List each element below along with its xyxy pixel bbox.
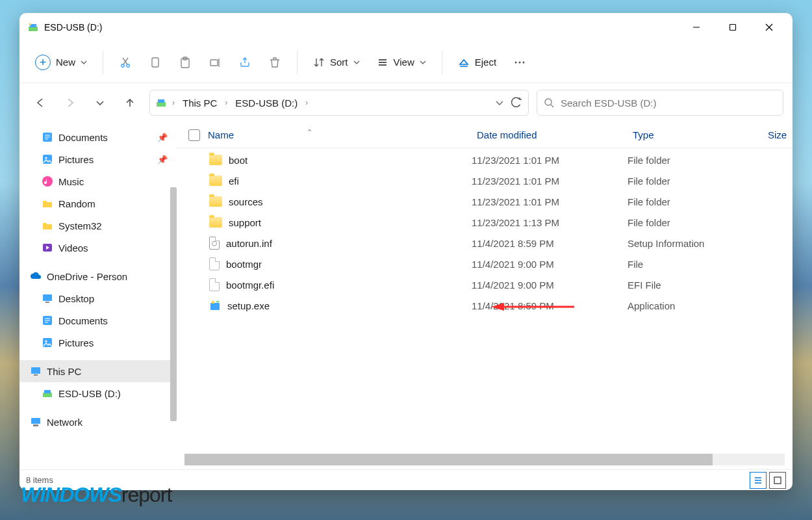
- svg-point-18: [523, 61, 525, 63]
- file-row[interactable]: efi 11/23/2021 1:01 PM File folder: [177, 170, 793, 191]
- history-dropdown[interactable]: [493, 96, 506, 109]
- nav-network[interactable]: Network: [19, 411, 177, 433]
- share-button[interactable]: [231, 49, 259, 75]
- forward-button[interactable]: [64, 96, 77, 109]
- delete-button[interactable]: [260, 49, 289, 75]
- titlebar: ESD-USB (D:): [19, 13, 793, 42]
- drive-icon: [27, 21, 39, 33]
- file-name: bootmgr.efi: [226, 280, 274, 291]
- nav-onedrive[interactable]: OneDrive - Person: [19, 265, 177, 287]
- sort-indicator-icon: ⌃: [307, 128, 312, 136]
- nav-label: Network: [47, 417, 82, 428]
- nav-item-documents[interactable]: Documents: [19, 309, 177, 332]
- breadcrumb-drive[interactable]: ESD-USB (D:): [233, 95, 300, 111]
- file-row[interactable]: sources 11/23/2021 1:01 PM File folder: [177, 191, 793, 212]
- file-row[interactable]: autorun.inf 11/4/2021 8:59 PM Setup Info…: [177, 233, 793, 254]
- drive-icon: [42, 387, 53, 399]
- select-all-checkbox[interactable]: [183, 129, 203, 141]
- sort-button[interactable]: Sort: [305, 49, 368, 75]
- details-view-button[interactable]: [750, 472, 767, 489]
- file-date: 11/4/2021 9:00 PM: [472, 280, 628, 291]
- nav-item-music[interactable]: Music: [19, 170, 177, 192]
- nav-item-system32[interactable]: System32: [19, 214, 177, 237]
- file-row[interactable]: bootmgr.efi 11/4/2021 9:00 PM EFI File: [177, 274, 793, 295]
- file-type: File folder: [628, 176, 763, 187]
- more-button[interactable]: [505, 49, 534, 75]
- copy-button[interactable]: [141, 49, 170, 75]
- nav-item-documents[interactable]: Documents 📌: [19, 126, 177, 148]
- nav-drive[interactable]: ESD-USB (D:): [19, 382, 177, 404]
- file-row[interactable]: boot 11/23/2021 1:01 PM File folder: [177, 150, 793, 170]
- svg-rect-34: [34, 374, 38, 376]
- paste-button[interactable]: [171, 49, 199, 75]
- scrollbar-thumb[interactable]: [184, 454, 713, 465]
- nav-item-videos[interactable]: Videos: [19, 237, 177, 259]
- svg-rect-31: [43, 338, 52, 347]
- svg-rect-2: [29, 23, 31, 25]
- svg-rect-19: [157, 102, 166, 107]
- nav-this-pc[interactable]: This PC: [19, 360, 177, 382]
- file-name: bootmgr: [226, 259, 262, 270]
- column-name[interactable]: Name⌃: [203, 129, 472, 140]
- eject-button[interactable]: Eject: [450, 49, 504, 75]
- svg-rect-37: [31, 418, 40, 424]
- chevron-right-icon[interactable]: ›: [223, 98, 229, 107]
- folder-icon: [209, 155, 222, 165]
- minimize-button[interactable]: [678, 13, 715, 42]
- recent-button[interactable]: [94, 96, 107, 109]
- svg-point-32: [45, 341, 47, 343]
- column-size[interactable]: Size: [763, 129, 792, 140]
- folder-icon: [209, 176, 222, 186]
- file-list: boot 11/23/2021 1:01 PM File folder efi …: [177, 148, 793, 454]
- svg-rect-20: [158, 99, 164, 103]
- music-icon: [42, 176, 53, 187]
- svg-rect-29: [45, 302, 49, 303]
- svg-rect-4: [730, 25, 736, 31]
- chevron-right-icon[interactable]: ›: [304, 98, 309, 107]
- view-button[interactable]: View: [369, 49, 434, 75]
- nav-label: ESD-USB (D:): [58, 388, 121, 399]
- cut-button[interactable]: [111, 49, 140, 75]
- maximize-button[interactable]: [715, 13, 751, 42]
- nav-item-random[interactable]: Random: [19, 192, 177, 214]
- nav-item-desktop[interactable]: Desktop: [19, 287, 177, 309]
- up-button[interactable]: [123, 96, 136, 109]
- breadcrumb-this-pc[interactable]: This PC: [180, 95, 220, 111]
- rename-button[interactable]: [201, 49, 229, 75]
- svg-rect-44: [774, 477, 781, 484]
- svg-point-17: [519, 61, 521, 63]
- folder-icon: [209, 196, 222, 207]
- nav-item-pictures[interactable]: Pictures: [19, 332, 177, 354]
- file-row[interactable]: bootmgr 11/4/2021 9:00 PM File: [177, 254, 793, 274]
- column-type[interactable]: Type: [628, 129, 763, 140]
- address-row: › This PC › ESD-USB (D:) ›: [19, 83, 793, 122]
- scrollbar-thumb[interactable]: [170, 187, 177, 421]
- file-name: efi: [229, 176, 239, 187]
- file-date: 11/23/2021 1:13 PM: [472, 217, 628, 228]
- search-box[interactable]: [537, 90, 783, 116]
- file-name: setup.exe: [227, 300, 270, 311]
- svg-line-9: [123, 58, 128, 64]
- svg-rect-38: [33, 424, 38, 426]
- back-button[interactable]: [34, 96, 47, 109]
- file-pane: Name⌃ Date modified Type Size boot 11/23…: [177, 122, 793, 469]
- thumbnails-view-button[interactable]: [769, 472, 786, 489]
- chevron-down-icon: [81, 59, 87, 66]
- new-button[interactable]: + New: [27, 49, 95, 75]
- pic-icon: [42, 153, 53, 165]
- file-type: File: [628, 259, 763, 270]
- file-row[interactable]: support 11/23/2021 1:13 PM File folder: [177, 212, 793, 233]
- search-input[interactable]: [561, 98, 776, 109]
- file-name: autorun.inf: [226, 238, 272, 249]
- file-row[interactable]: setup.exe 11/4/2021 8:59 PM Application: [177, 295, 793, 316]
- svg-line-10: [123, 58, 127, 64]
- address-bar[interactable]: › This PC › ESD-USB (D:) ›: [149, 90, 529, 116]
- nav-item-pictures[interactable]: Pictures 📌: [19, 148, 177, 170]
- chevron-right-icon[interactable]: ›: [171, 98, 176, 107]
- refresh-button[interactable]: [510, 96, 523, 109]
- horizontal-scrollbar[interactable]: [184, 454, 785, 465]
- svg-point-26: [42, 176, 53, 187]
- column-date[interactable]: Date modified: [472, 129, 628, 140]
- close-button[interactable]: [751, 13, 787, 42]
- eject-label: Eject: [475, 57, 496, 68]
